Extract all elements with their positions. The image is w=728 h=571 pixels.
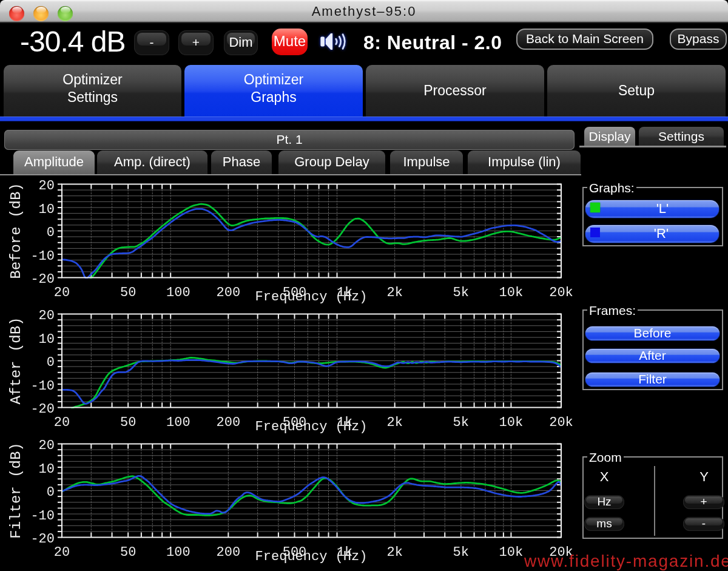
- svg-text:200: 200: [216, 545, 240, 560]
- svg-text:5k: 5k: [453, 545, 469, 560]
- svg-text:-20: -20: [30, 402, 55, 417]
- svg-text:After (dB): After (dB): [8, 317, 24, 404]
- svg-text:0: 0: [47, 355, 55, 370]
- svg-text:20k: 20k: [549, 415, 573, 430]
- svg-text:Filter (dB): Filter (dB): [8, 442, 24, 538]
- svg-text:50: 50: [120, 285, 136, 300]
- svg-text:20k: 20k: [549, 285, 573, 300]
- svg-text:20: 20: [39, 178, 55, 194]
- svg-text:10: 10: [39, 462, 55, 477]
- svg-text:100: 100: [166, 285, 190, 300]
- svg-text:Frequency (Hz): Frequency (Hz): [255, 549, 368, 564]
- svg-text:10: 10: [39, 332, 55, 347]
- svg-text:20: 20: [54, 285, 70, 300]
- svg-text:50: 50: [120, 545, 136, 560]
- svg-text:20: 20: [39, 308, 55, 323]
- svg-text:20: 20: [39, 438, 55, 453]
- svg-text:20: 20: [54, 415, 70, 430]
- svg-text:10k: 10k: [499, 415, 524, 430]
- svg-text:2k: 2k: [386, 285, 402, 300]
- svg-text:Before (dB): Before (dB): [8, 183, 24, 279]
- svg-text:2k: 2k: [386, 545, 402, 560]
- svg-text:200: 200: [216, 415, 240, 430]
- svg-text:50: 50: [120, 415, 136, 430]
- svg-text:100: 100: [166, 545, 190, 560]
- svg-text:-20: -20: [30, 272, 55, 287]
- svg-text:-10: -10: [30, 249, 55, 264]
- svg-text:0: 0: [47, 225, 55, 240]
- svg-text:2k: 2k: [386, 415, 402, 430]
- svg-text:10k: 10k: [499, 285, 524, 300]
- svg-text:20: 20: [54, 545, 70, 560]
- svg-text:0: 0: [47, 485, 55, 500]
- svg-text:Frequency (Hz): Frequency (Hz): [255, 419, 368, 434]
- svg-text:5k: 5k: [453, 285, 469, 300]
- svg-text:-10: -10: [30, 379, 55, 394]
- svg-text:Frequency (Hz): Frequency (Hz): [255, 289, 368, 305]
- svg-text:200: 200: [216, 285, 240, 300]
- svg-text:10: 10: [39, 202, 55, 217]
- svg-text:100: 100: [166, 415, 190, 430]
- svg-text:-10: -10: [30, 508, 55, 524]
- svg-text:-20: -20: [30, 532, 55, 547]
- svg-text:10k: 10k: [499, 545, 524, 560]
- svg-text:5k: 5k: [453, 415, 469, 430]
